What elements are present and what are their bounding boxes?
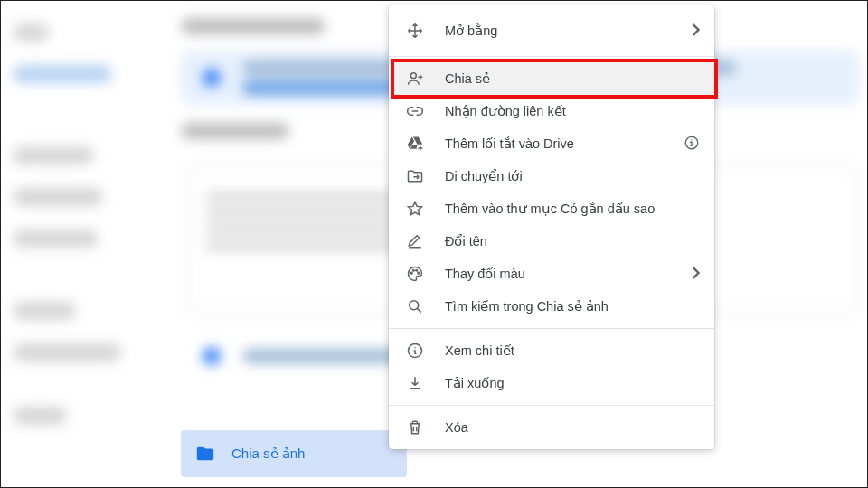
menu-add-shortcut[interactable]: Thêm lối tắt vào Drive [389,127,714,160]
chevron-right-icon [691,23,700,39]
menu-move-to[interactable]: Di chuyển tới [389,160,714,192]
menu-label: Mở bằng [445,23,497,38]
menu-label: Di chuyển tới [445,169,523,183]
svg-point-0 [410,73,416,79]
menu-label: Chia sẻ [445,71,490,86]
menu-get-link[interactable]: Nhận đường liên kết [389,95,714,127]
menu-separator [389,405,714,406]
palette-icon [405,264,425,284]
menu-search-within[interactable]: Tìm kiếm trong Chia sẻ ảnh [389,290,714,323]
menu-label: Xóa [445,420,468,435]
menu-label: Đổi tên [445,234,487,249]
trash-icon [405,418,425,437]
menu-label: Nhận đường liên kết [445,104,566,118]
move-to-icon [405,166,425,186]
menu-label: Tải xuống [445,376,505,390]
menu-label: Thêm vào thư mục Có gắn dấu sao [445,202,655,216]
rename-icon [405,231,425,251]
person-add-icon [405,69,425,89]
info-icon [405,341,425,361]
svg-point-7 [410,301,419,310]
link-icon [405,101,425,121]
menu-label: Thay đổi màu [445,267,525,281]
context-menu: Mở bằng Chia sẻ Nhận đường liên kết Thêm… [389,5,714,449]
download-icon [405,373,425,393]
menu-change-color[interactable]: Thay đổi màu [389,258,714,290]
menu-separator [389,56,714,57]
menu-download[interactable]: Tải xuống [389,367,714,399]
star-icon [405,199,425,219]
menu-label: Tìm kiếm trong Chia sẻ ảnh [445,299,609,314]
svg-point-4 [413,269,415,271]
menu-open-with[interactable]: Mở bằng [389,11,714,51]
menu-rename[interactable]: Đổi tên [389,225,714,258]
search-icon [405,296,425,316]
menu-share[interactable]: Chia sẻ [389,62,714,95]
menu-label: Thêm lối tắt vào Drive [445,136,574,151]
selected-folder-chip[interactable]: Chia sẻ ảnh [181,430,407,477]
svg-point-5 [416,269,418,271]
selected-folder-label: Chia sẻ ảnh [231,446,305,462]
drive-add-icon [405,134,425,154]
menu-remove[interactable]: Xóa [389,411,714,444]
open-with-icon [405,21,425,41]
folder-icon [195,444,215,464]
menu-separator [389,328,714,329]
info-icon [684,135,700,154]
menu-view-details[interactable]: Xem chi tiết [389,334,714,367]
menu-label: Xem chi tiết [445,343,514,358]
svg-point-3 [410,272,412,274]
svg-point-6 [418,272,420,274]
menu-add-star[interactable]: Thêm vào thư mục Có gắn dấu sao [389,192,714,225]
chevron-right-icon [691,267,700,282]
